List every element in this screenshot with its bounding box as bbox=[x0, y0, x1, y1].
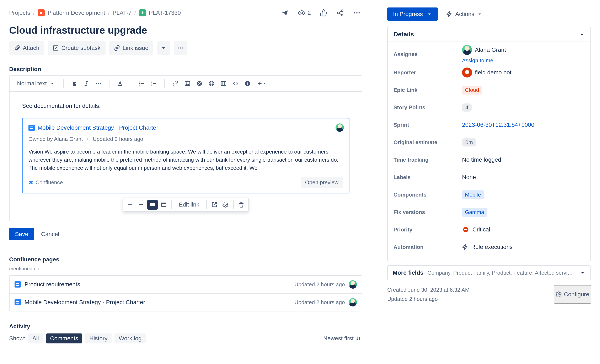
share-icon[interactable] bbox=[335, 8, 346, 18]
svg-point-17 bbox=[100, 83, 101, 84]
open-link-icon[interactable] bbox=[209, 200, 220, 210]
components-label: Components bbox=[394, 192, 462, 198]
automation-value[interactable]: Rule executions bbox=[462, 244, 585, 250]
list-item[interactable]: Mobile Development Strategy - Project Ch… bbox=[9, 293, 362, 311]
more-fields-panel[interactable]: More fields Company, Product Family, Pro… bbox=[387, 265, 591, 280]
project-icon bbox=[38, 9, 45, 16]
description-editor: Normal text 123 S bbox=[9, 75, 362, 221]
svg-point-55 bbox=[558, 294, 560, 295]
remove-link-icon[interactable] bbox=[236, 200, 247, 210]
smart-link-title[interactable]: Mobile Development Strategy - Project Ch… bbox=[38, 123, 158, 132]
watch-button[interactable]: 2 bbox=[296, 8, 312, 18]
open-preview-button[interactable]: Open preview bbox=[301, 177, 343, 188]
chevron-down-icon bbox=[580, 270, 585, 276]
priority-value[interactable]: Critical bbox=[462, 226, 585, 233]
editor-body[interactable]: See documentation for details: Mobile De… bbox=[9, 92, 362, 221]
breadcrumb-issue[interactable]: PLAT-17330 bbox=[149, 9, 181, 16]
svg-rect-51 bbox=[161, 203, 166, 204]
more-actions-button[interactable] bbox=[174, 41, 188, 55]
epic-link-value[interactable]: Cloud bbox=[462, 86, 585, 94]
fix-versions-label: Fix versions bbox=[394, 209, 462, 215]
updated-timestamp: Updated 2 hours ago bbox=[387, 294, 469, 304]
actions-dropdown[interactable]: Actions bbox=[443, 8, 486, 21]
breadcrumb-project[interactable]: Platform Development bbox=[47, 9, 105, 16]
confluence-heading: Confluence pages bbox=[9, 256, 362, 263]
fix-versions-value[interactable]: Gamma bbox=[462, 208, 585, 217]
link-issue-dropdown[interactable] bbox=[157, 41, 170, 55]
create-subtask-button[interactable]: Create subtask bbox=[47, 41, 105, 55]
attach-button[interactable]: Attach bbox=[9, 41, 44, 55]
smart-link-meta: Owned by Alana Grant • Updated 2 hours a… bbox=[28, 135, 343, 143]
cancel-button[interactable]: Cancel bbox=[40, 231, 60, 238]
sort-button[interactable]: Newest first bbox=[322, 335, 362, 342]
confluence-badge: Confluence bbox=[28, 178, 63, 187]
link-floating-toolbar: Edit link bbox=[123, 197, 249, 212]
story-points-label: Story Points bbox=[394, 104, 462, 111]
automation-label: Automation bbox=[394, 244, 462, 250]
numbered-list-icon[interactable]: 123 bbox=[149, 79, 159, 89]
image-icon[interactable] bbox=[182, 79, 193, 89]
time-tracking-label: Time tracking bbox=[394, 157, 462, 163]
components-value[interactable]: Mobile bbox=[462, 190, 585, 199]
tab-all[interactable]: All bbox=[28, 334, 43, 344]
configure-button[interactable]: Configure bbox=[554, 285, 591, 304]
like-icon[interactable] bbox=[318, 8, 329, 18]
info-icon[interactable] bbox=[243, 79, 253, 89]
link-appearance-card-icon[interactable] bbox=[147, 200, 158, 210]
svg-point-9 bbox=[178, 47, 179, 49]
text-style-select[interactable]: Normal text bbox=[15, 79, 58, 89]
labels-value[interactable]: None bbox=[462, 174, 585, 181]
priority-critical-icon bbox=[462, 226, 469, 233]
edit-link-button[interactable]: Edit link bbox=[174, 200, 204, 210]
svg-point-2 bbox=[341, 10, 343, 12]
chevron-up-icon bbox=[579, 31, 585, 37]
status-dropdown[interactable]: In Progress bbox=[387, 8, 438, 21]
list-item[interactable]: Product requirements Updated 2 hours ago bbox=[9, 276, 362, 293]
bold-icon[interactable] bbox=[69, 79, 80, 89]
code-icon[interactable] bbox=[230, 79, 241, 89]
bullet-list-icon[interactable] bbox=[137, 79, 147, 89]
link-appearance-inline-icon[interactable] bbox=[136, 200, 146, 210]
link-issue-button[interactable]: Link issue bbox=[109, 41, 154, 55]
save-button[interactable]: Save bbox=[9, 228, 34, 240]
svg-point-5 bbox=[354, 12, 356, 13]
story-points-value[interactable]: 4 bbox=[462, 103, 585, 112]
emoji-icon[interactable] bbox=[206, 79, 217, 89]
more-icon[interactable] bbox=[352, 8, 362, 18]
mention-icon[interactable] bbox=[194, 79, 205, 89]
svg-point-11 bbox=[182, 47, 183, 49]
link-appearance-embed-icon[interactable] bbox=[159, 200, 169, 210]
original-estimate-value[interactable]: 0m bbox=[462, 138, 585, 147]
link-appearance-url-icon[interactable] bbox=[125, 200, 135, 210]
details-heading[interactable]: Details bbox=[388, 27, 591, 42]
assign-to-me-link[interactable]: Assign to me bbox=[462, 57, 493, 64]
italic-icon[interactable] bbox=[81, 79, 92, 89]
tab-worklog[interactable]: Work log bbox=[114, 334, 146, 344]
breadcrumb-epic[interactable]: PLAT-7 bbox=[112, 9, 131, 16]
assignee-value[interactable]: Alana Grant Assign to me bbox=[462, 45, 585, 64]
breadcrumb-projects[interactable]: Projects bbox=[9, 9, 30, 16]
svg-rect-30 bbox=[153, 85, 156, 85]
svg-rect-18 bbox=[118, 85, 122, 86]
svg-rect-54 bbox=[464, 229, 468, 230]
svg-rect-8 bbox=[53, 46, 58, 50]
assignee-label: Assignee bbox=[394, 51, 462, 57]
link-icon[interactable] bbox=[170, 79, 180, 89]
document-icon bbox=[28, 125, 35, 131]
more-formatting-icon[interactable] bbox=[93, 79, 104, 89]
feedback-icon[interactable] bbox=[280, 8, 291, 18]
reporter-value[interactable]: field demo bot bbox=[462, 67, 585, 77]
sprint-value[interactable]: 2023-06-30T12:31:54+0000 bbox=[462, 121, 585, 128]
table-icon[interactable] bbox=[218, 79, 229, 89]
text-color-icon[interactable] bbox=[115, 79, 125, 89]
svg-point-52 bbox=[225, 204, 226, 205]
tab-history[interactable]: History bbox=[85, 334, 112, 344]
insert-icon[interactable] bbox=[254, 79, 269, 89]
original-estimate-label: Original estimate bbox=[394, 139, 462, 146]
story-icon bbox=[139, 9, 146, 16]
time-tracking-value[interactable]: No time logged bbox=[462, 157, 585, 163]
tab-comments[interactable]: Comments bbox=[46, 334, 82, 344]
link-settings-icon[interactable] bbox=[220, 200, 231, 210]
svg-point-32 bbox=[186, 83, 187, 84]
smart-link-card[interactable]: Mobile Development Strategy - Project Ch… bbox=[22, 118, 349, 193]
